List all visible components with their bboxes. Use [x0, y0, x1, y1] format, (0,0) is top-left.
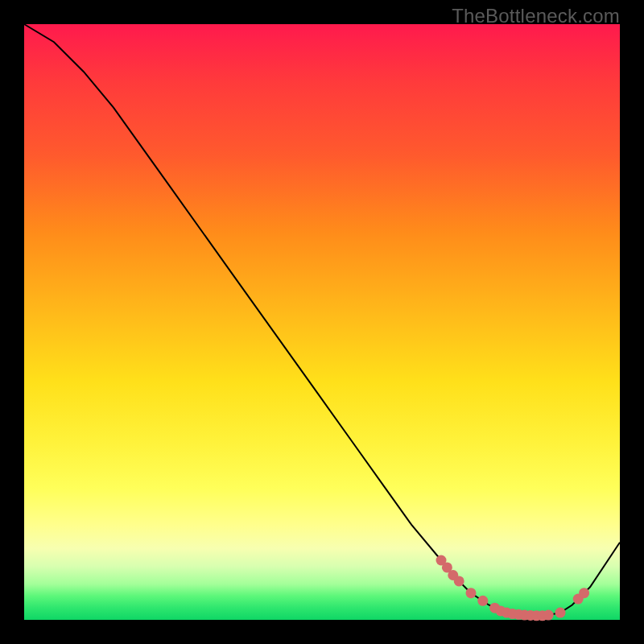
chart-stage: TheBottleneck.com: [0, 0, 644, 644]
marker-dot: [543, 610, 554, 621]
plot-area: [24, 24, 620, 620]
marker-group: [436, 555, 590, 621]
marker-dot: [454, 576, 464, 586]
bottleneck-curve-line: [24, 24, 620, 616]
marker-dot: [579, 588, 589, 598]
chart-svg: [24, 24, 620, 620]
marker-dot: [477, 596, 488, 606]
marker-dot: [466, 588, 477, 598]
marker-dot: [555, 608, 566, 618]
